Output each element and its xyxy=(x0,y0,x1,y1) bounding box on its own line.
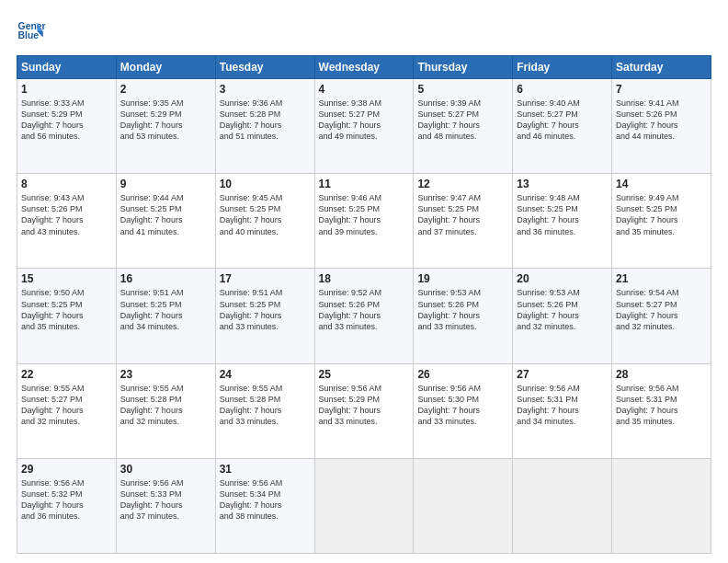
day-info: Sunrise: 9:53 AMSunset: 5:26 PMDaylight:… xyxy=(417,287,508,332)
calendar-day-22: 22Sunrise: 9:55 AMSunset: 5:27 PMDayligh… xyxy=(17,363,117,458)
day-info: Sunrise: 9:47 AMSunset: 5:25 PMDaylight:… xyxy=(417,192,508,237)
calendar-day-26: 26Sunrise: 9:56 AMSunset: 5:30 PMDayligh… xyxy=(414,363,513,458)
day-number: 18 xyxy=(319,272,410,285)
calendar-day-14: 14Sunrise: 9:49 AMSunset: 5:25 PMDayligh… xyxy=(612,174,711,269)
day-info: Sunrise: 9:36 AMSunset: 5:28 PMDaylight:… xyxy=(220,98,311,143)
day-number: 30 xyxy=(120,463,211,476)
day-info: Sunrise: 9:51 AMSunset: 5:25 PMDaylight:… xyxy=(220,287,311,332)
calendar-day-12: 12Sunrise: 9:47 AMSunset: 5:25 PMDayligh… xyxy=(414,174,513,269)
day-info: Sunrise: 9:38 AMSunset: 5:27 PMDaylight:… xyxy=(319,98,410,143)
calendar-week-2: 8Sunrise: 9:43 AMSunset: 5:26 PMDaylight… xyxy=(17,174,711,269)
day-number: 27 xyxy=(517,368,608,381)
calendar-week-5: 29Sunrise: 9:56 AMSunset: 5:32 PMDayligh… xyxy=(17,458,711,553)
calendar-table: SundayMondayTuesdayWednesdayThursdayFrid… xyxy=(17,55,711,554)
day-number: 9 xyxy=(120,178,211,190)
calendar-day-15: 15Sunrise: 9:50 AMSunset: 5:25 PMDayligh… xyxy=(17,269,117,363)
calendar-day-11: 11Sunrise: 9:46 AMSunset: 5:25 PMDayligh… xyxy=(314,174,414,269)
day-number: 14 xyxy=(616,178,707,190)
day-info: Sunrise: 9:56 AMSunset: 5:33 PMDaylight:… xyxy=(120,477,211,523)
logo: General Blue xyxy=(17,17,46,46)
day-info: Sunrise: 9:54 AMSunset: 5:27 PMDaylight:… xyxy=(616,287,707,332)
col-header-sunday: Sunday xyxy=(17,56,117,79)
day-info: Sunrise: 9:40 AMSunset: 5:27 PMDaylight:… xyxy=(517,98,608,143)
calendar-day-27: 27Sunrise: 9:56 AMSunset: 5:31 PMDayligh… xyxy=(513,363,612,458)
day-info: Sunrise: 9:56 AMSunset: 5:32 PMDaylight:… xyxy=(21,477,112,523)
day-number: 21 xyxy=(616,272,707,285)
calendar-day-2: 2Sunrise: 9:35 AMSunset: 5:29 PMDaylight… xyxy=(116,79,215,174)
empty-cell xyxy=(414,458,513,553)
day-number: 8 xyxy=(21,178,112,190)
calendar-day-4: 4Sunrise: 9:38 AMSunset: 5:27 PMDaylight… xyxy=(314,79,414,174)
empty-cell xyxy=(612,458,711,553)
col-header-tuesday: Tuesday xyxy=(215,56,314,79)
day-info: Sunrise: 9:56 AMSunset: 5:34 PMDaylight:… xyxy=(220,477,311,523)
svg-text:Blue: Blue xyxy=(18,30,40,40)
calendar-day-19: 19Sunrise: 9:53 AMSunset: 5:26 PMDayligh… xyxy=(414,269,513,363)
day-number: 4 xyxy=(319,83,410,96)
day-number: 19 xyxy=(417,272,508,285)
day-info: Sunrise: 9:52 AMSunset: 5:26 PMDaylight:… xyxy=(319,287,410,332)
day-info: Sunrise: 9:56 AMSunset: 5:31 PMDaylight:… xyxy=(616,383,707,428)
calendar-day-18: 18Sunrise: 9:52 AMSunset: 5:26 PMDayligh… xyxy=(314,269,414,363)
day-number: 23 xyxy=(120,368,211,381)
day-info: Sunrise: 9:33 AMSunset: 5:29 PMDaylight:… xyxy=(21,98,112,143)
day-info: Sunrise: 9:56 AMSunset: 5:29 PMDaylight:… xyxy=(319,383,410,428)
day-info: Sunrise: 9:53 AMSunset: 5:26 PMDaylight:… xyxy=(517,287,608,332)
calendar-day-25: 25Sunrise: 9:56 AMSunset: 5:29 PMDayligh… xyxy=(314,363,414,458)
day-number: 15 xyxy=(21,272,112,285)
col-header-monday: Monday xyxy=(116,56,215,79)
day-number: 26 xyxy=(417,368,508,381)
day-info: Sunrise: 9:43 AMSunset: 5:26 PMDaylight:… xyxy=(21,192,112,237)
day-number: 22 xyxy=(21,368,112,381)
day-number: 25 xyxy=(319,368,410,381)
day-number: 31 xyxy=(220,463,311,476)
calendar-day-7: 7Sunrise: 9:41 AMSunset: 5:26 PMDaylight… xyxy=(612,79,711,174)
day-info: Sunrise: 9:55 AMSunset: 5:27 PMDaylight:… xyxy=(21,383,112,428)
calendar-day-23: 23Sunrise: 9:55 AMSunset: 5:28 PMDayligh… xyxy=(116,363,215,458)
day-number: 12 xyxy=(417,178,508,190)
calendar-week-1: 1Sunrise: 9:33 AMSunset: 5:29 PMDaylight… xyxy=(17,79,711,174)
calendar-day-3: 3Sunrise: 9:36 AMSunset: 5:28 PMDaylight… xyxy=(215,79,314,174)
day-info: Sunrise: 9:56 AMSunset: 5:31 PMDaylight:… xyxy=(517,383,608,428)
calendar-day-24: 24Sunrise: 9:55 AMSunset: 5:28 PMDayligh… xyxy=(215,363,314,458)
day-number: 7 xyxy=(616,83,707,96)
calendar-day-16: 16Sunrise: 9:51 AMSunset: 5:25 PMDayligh… xyxy=(116,269,215,363)
day-number: 13 xyxy=(517,178,608,190)
day-number: 11 xyxy=(319,178,410,190)
day-number: 2 xyxy=(120,83,211,96)
calendar-day-28: 28Sunrise: 9:56 AMSunset: 5:31 PMDayligh… xyxy=(612,363,711,458)
day-number: 1 xyxy=(21,83,112,96)
calendar-day-20: 20Sunrise: 9:53 AMSunset: 5:26 PMDayligh… xyxy=(513,269,612,363)
calendar-header-row: SundayMondayTuesdayWednesdayThursdayFrid… xyxy=(17,56,711,79)
day-number: 3 xyxy=(220,83,311,96)
calendar-day-8: 8Sunrise: 9:43 AMSunset: 5:26 PMDaylight… xyxy=(17,174,117,269)
calendar-day-30: 30Sunrise: 9:56 AMSunset: 5:33 PMDayligh… xyxy=(116,458,215,553)
day-number: 28 xyxy=(616,368,707,381)
day-number: 29 xyxy=(21,463,112,476)
col-header-saturday: Saturday xyxy=(612,56,711,79)
day-info: Sunrise: 9:39 AMSunset: 5:27 PMDaylight:… xyxy=(417,98,508,143)
calendar-day-5: 5Sunrise: 9:39 AMSunset: 5:27 PMDaylight… xyxy=(414,79,513,174)
day-info: Sunrise: 9:55 AMSunset: 5:28 PMDaylight:… xyxy=(120,383,211,428)
day-number: 17 xyxy=(220,272,311,285)
calendar-day-31: 31Sunrise: 9:56 AMSunset: 5:34 PMDayligh… xyxy=(215,458,314,553)
calendar-week-4: 22Sunrise: 9:55 AMSunset: 5:27 PMDayligh… xyxy=(17,363,711,458)
day-number: 16 xyxy=(120,272,211,285)
day-info: Sunrise: 9:45 AMSunset: 5:25 PMDaylight:… xyxy=(220,192,311,237)
day-info: Sunrise: 9:46 AMSunset: 5:25 PMDaylight:… xyxy=(319,192,410,237)
page: General Blue SundayMondayTuesdayWednesda… xyxy=(0,0,728,563)
day-info: Sunrise: 9:51 AMSunset: 5:25 PMDaylight:… xyxy=(120,287,211,332)
day-number: 10 xyxy=(220,178,311,190)
day-info: Sunrise: 9:49 AMSunset: 5:25 PMDaylight:… xyxy=(616,192,707,237)
calendar-day-29: 29Sunrise: 9:56 AMSunset: 5:32 PMDayligh… xyxy=(17,458,117,553)
calendar-day-10: 10Sunrise: 9:45 AMSunset: 5:25 PMDayligh… xyxy=(215,174,314,269)
day-info: Sunrise: 9:56 AMSunset: 5:30 PMDaylight:… xyxy=(417,383,508,428)
empty-cell xyxy=(513,458,612,553)
calendar-day-13: 13Sunrise: 9:48 AMSunset: 5:25 PMDayligh… xyxy=(513,174,612,269)
calendar-day-1: 1Sunrise: 9:33 AMSunset: 5:29 PMDaylight… xyxy=(17,79,117,174)
day-info: Sunrise: 9:55 AMSunset: 5:28 PMDaylight:… xyxy=(220,383,311,428)
col-header-thursday: Thursday xyxy=(414,56,513,79)
col-header-friday: Friday xyxy=(513,56,612,79)
day-number: 20 xyxy=(517,272,608,285)
logo-icon: General Blue xyxy=(17,17,46,46)
